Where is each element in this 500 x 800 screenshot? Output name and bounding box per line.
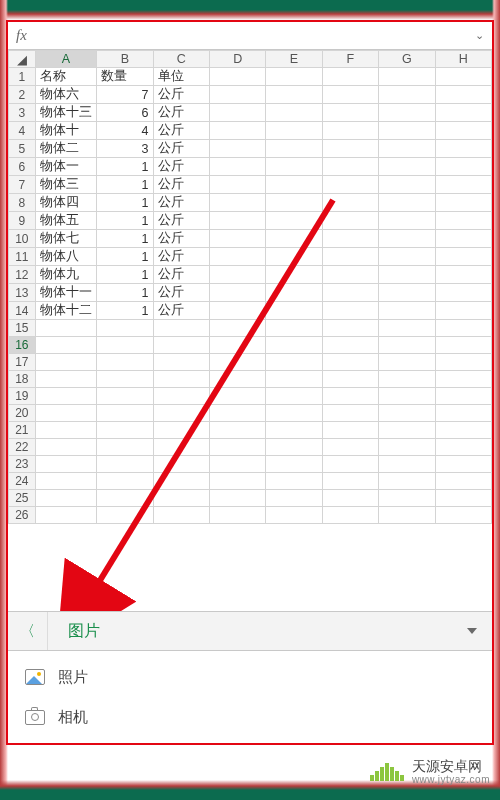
watermark-title: 天源安卓网 <box>412 759 490 774</box>
watermark-url: www.jytyaz.com <box>412 774 490 785</box>
watermark-logo-icon <box>370 763 404 781</box>
watermark: 天源安卓网 www.jytyaz.com <box>370 752 490 792</box>
annotation-box <box>6 20 494 745</box>
